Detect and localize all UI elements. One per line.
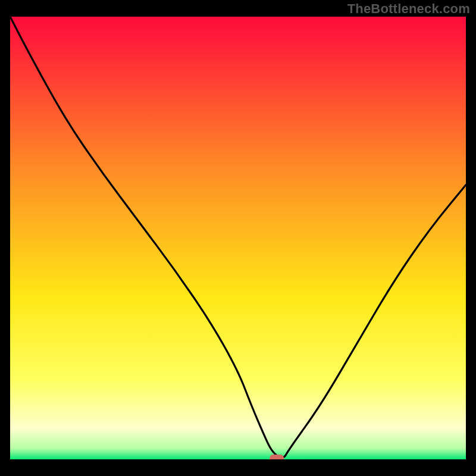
chart-frame: TheBottleneck.com <box>0 0 476 476</box>
gradient-background <box>10 17 466 459</box>
plot-area <box>10 17 466 459</box>
watermark-text: TheBottleneck.com <box>347 1 470 17</box>
optimal-marker <box>270 455 284 459</box>
bottleneck-chart <box>10 17 466 459</box>
